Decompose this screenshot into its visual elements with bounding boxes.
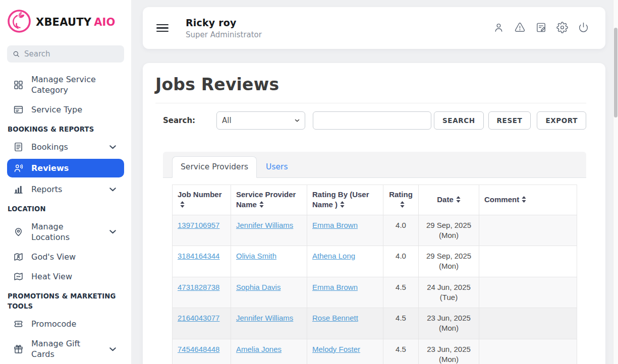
power-button[interactable] [577, 21, 590, 36]
sidebar-item-god-s-view[interactable]: God's View [7, 249, 124, 265]
form-edit-icon [535, 22, 547, 33]
chevron-down-icon [107, 226, 118, 237]
page-scrollbar[interactable] [613, 0, 618, 364]
table-row: 2164043077Jennifer WilliamsRose Bennett4… [173, 308, 577, 339]
cell-rating: 4.0 [383, 215, 419, 246]
search-icon [12, 50, 20, 58]
job-number-link[interactable]: 1397106957 [178, 221, 219, 229]
sidebar-item-label: Service Type [31, 104, 82, 115]
cell-comment [479, 215, 577, 246]
provider-link[interactable]: Amelia Jones [236, 345, 282, 353]
user-button[interactable] [492, 21, 505, 36]
column-header-rating[interactable]: Rating [383, 185, 419, 215]
reset-button[interactable]: RESET [488, 111, 531, 130]
title-divider [155, 103, 586, 103]
sidebar-item-promocode[interactable]: Promocode [7, 316, 124, 332]
cell-rated-by: Rose Bennett [307, 308, 383, 339]
table-row: 3184164344Olivia SmithAthena Long4.029 S… [173, 246, 577, 277]
rated-by-link[interactable]: Athena Long [312, 252, 355, 260]
sidebar-section-location: LOCATION [8, 204, 124, 214]
provider-link[interactable]: Olivia Smith [236, 252, 276, 260]
column-header-comment[interactable]: Comment [479, 185, 577, 215]
scrollbar-thumb[interactable] [614, 28, 617, 117]
search-label: Search: [163, 116, 195, 125]
sidebar-item-reviews[interactable]: Reviews [7, 159, 124, 177]
cell-provider: Jennifer Williams [231, 308, 307, 339]
tab-body: Job NumberService Provider NameRating By… [163, 178, 586, 364]
sort-icon [522, 195, 526, 205]
cell-provider: Olivia Smith [231, 246, 307, 277]
cell-date: 23 Jun, 2025(Mon) [419, 339, 479, 364]
settings-icon [556, 22, 568, 33]
cell-provider: Jennifer Williams [231, 215, 307, 246]
sidebar-item-label: Heat View [31, 271, 72, 282]
search-filter-select[interactable]: All [216, 111, 305, 130]
cell-provider: Amelia Jones [231, 339, 307, 364]
sidebar-item-bookings[interactable]: Bookings [7, 139, 124, 155]
job-number-link[interactable]: 7454648448 [178, 345, 219, 353]
cell-comment [479, 308, 577, 339]
job-number-link[interactable]: 4731828738 [178, 283, 219, 291]
cell-date: 24 Jun, 2025(Tue) [419, 277, 479, 308]
rated-by-link[interactable]: Emma Brown [312, 283, 358, 291]
sidebar-item-label: Manage Locations [31, 221, 100, 242]
map-person-icon [13, 252, 24, 262]
rated-by-link[interactable]: Rose Bennett [312, 314, 358, 322]
cell-date: 29 Sep, 2025(Mon) [419, 246, 479, 277]
provider-link[interactable]: Jennifer Williams [236, 314, 293, 322]
document-icon [13, 142, 24, 152]
sidebar-search[interactable] [7, 45, 124, 63]
search-input[interactable] [313, 111, 431, 130]
rated-by-link[interactable]: Emma Brown [312, 221, 358, 229]
brand-name: XBEAUTYAIO [36, 16, 116, 28]
cell-rated-by: Melody Foster [307, 339, 383, 364]
cell-rated-by: Emma Brown [307, 277, 383, 308]
column-header-date[interactable]: Date [419, 185, 479, 215]
cell-provider: Sophia Davis [231, 277, 307, 308]
cell-job-number: 4731828738 [173, 277, 231, 308]
search-button[interactable]: SEARCH [434, 111, 484, 130]
tab-users[interactable]: Users [257, 157, 297, 177]
alert-triangle-button[interactable] [513, 21, 527, 36]
sidebar-item-heat-view[interactable]: Heat View [7, 269, 124, 284]
sidebar-item-service-type[interactable]: Service Type [7, 102, 124, 117]
sidebar-item-label: Reviews [31, 163, 69, 173]
sidebar-item-label: Manage Gift Cards [31, 338, 100, 359]
sort-icon [340, 200, 345, 210]
card-icon [13, 104, 24, 115]
alert-triangle-icon [514, 22, 526, 33]
sidebar-item-label: Manage Service Category [31, 74, 118, 95]
topbar-actions [492, 21, 590, 36]
rated-by-link[interactable]: Melody Foster [312, 345, 360, 353]
sidebar-search-input[interactable] [24, 49, 119, 58]
cell-rated-by: Emma Brown [307, 215, 383, 246]
chevron-down-icon [107, 184, 118, 195]
export-button[interactable]: EXPORT [537, 111, 586, 130]
chevron-down-icon [107, 142, 118, 152]
column-header-rated-by[interactable]: Rating By (User Name ) [307, 185, 383, 215]
reviews-panel: Service ProvidersUsers Job NumberService… [163, 152, 586, 364]
column-header-job-number[interactable]: Job Number [173, 185, 231, 215]
sidebar-item-manage-service-category[interactable]: Manage Service Category [7, 72, 124, 98]
table-row: 7454648448Amelia JonesMelody Foster4.523… [173, 339, 577, 364]
ticket-icon [13, 319, 24, 329]
job-number-link[interactable]: 2164043077 [178, 314, 219, 322]
provider-link[interactable]: Jennifer Williams [236, 221, 293, 229]
sidebar-item-manage-gift-cards[interactable]: Manage Gift Cards [7, 336, 124, 362]
table-row: 4731828738Sophia DavisEmma Brown4.524 Ju… [173, 277, 577, 308]
sidebar-item-manage-locations[interactable]: Manage Locations [7, 219, 124, 245]
settings-button[interactable] [555, 21, 569, 36]
cell-date: 23 Jun, 2025(Mon) [419, 308, 479, 339]
sort-icon [259, 200, 264, 210]
menu-toggle-button[interactable] [156, 24, 170, 32]
job-number-link[interactable]: 3184164344 [178, 252, 219, 260]
sidebar-item-reports[interactable]: Reports [7, 181, 124, 197]
provider-link[interactable]: Sophia Davis [236, 283, 280, 291]
map-pin-icon [13, 226, 24, 237]
tab-service-providers[interactable]: Service Providers [172, 156, 257, 178]
tab-strip: Service ProvidersUsers [163, 152, 586, 178]
reviews-table: Job NumberService Provider NameRating By… [172, 185, 577, 364]
form-edit-button[interactable] [534, 21, 548, 36]
brand-logo[interactable]: XBEAUTYAIO [7, 9, 124, 35]
column-header-provider[interactable]: Service Provider Name [231, 185, 307, 215]
